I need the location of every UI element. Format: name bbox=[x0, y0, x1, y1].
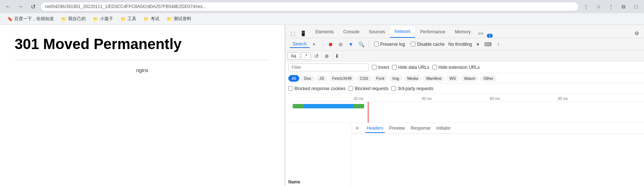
search-button[interactable]: 🔍 bbox=[357, 40, 366, 49]
timeline-mark-20ms-label: 20 ms bbox=[354, 97, 363, 101]
download-button[interactable]: ⬇ bbox=[333, 52, 341, 60]
regex-button[interactable]: .* bbox=[301, 52, 311, 60]
hide-data-urls-checkbox[interactable] bbox=[392, 65, 397, 70]
close-button[interactable]: □ bbox=[631, 1, 641, 12]
case-sensitive-button[interactable]: Aa bbox=[288, 52, 300, 60]
tab-sources[interactable]: Sources bbox=[364, 26, 389, 38]
details-tabs: × Headers Preview Response Initiator bbox=[351, 123, 644, 134]
cookie-row: Blocked response cookies Blocked request… bbox=[285, 83, 644, 94]
type-tabs: All Doc JS Fetch/XHR CSS Font Img Media … bbox=[285, 73, 644, 83]
filter-input[interactable] bbox=[288, 63, 369, 71]
type-tab-js[interactable]: JS bbox=[316, 75, 327, 82]
wifi-icon[interactable]: ⌨ bbox=[484, 40, 492, 49]
invert-label: Invert bbox=[378, 65, 389, 70]
type-tab-fetch-xhr[interactable]: Fetch/XHR bbox=[329, 75, 355, 82]
search-panel: Search × bbox=[288, 41, 320, 48]
favorite-button[interactable]: ☆ bbox=[593, 1, 604, 12]
timeline-mark-80ms-label: 80 ms bbox=[558, 97, 568, 101]
details-tab-response[interactable]: Response bbox=[409, 124, 432, 133]
blocked-response-cookies-group: Blocked response cookies bbox=[288, 86, 345, 91]
preserve-log-checkbox[interactable] bbox=[374, 42, 379, 46]
name-column: Name bbox=[285, 123, 351, 186]
timeline-bar-blue bbox=[303, 104, 354, 108]
type-tab-media[interactable]: Media bbox=[404, 75, 421, 82]
blocked-response-cookies-checkbox[interactable] bbox=[288, 86, 293, 91]
bookmark-testdata[interactable]: 📁 测试资料 bbox=[164, 15, 194, 23]
folder-icon-1: 📁 bbox=[61, 16, 67, 22]
blocked-requests-label: Blocked requests bbox=[355, 86, 388, 91]
timeline-mark-60ms-label: 60 ms bbox=[490, 97, 500, 101]
title-bar: ← → ↺ net/04296/391901_20220111_1/ED3CC4… bbox=[0, 0, 644, 13]
clear-results-button[interactable]: ⊗ bbox=[322, 52, 331, 60]
disable-cache-checkbox[interactable] bbox=[411, 42, 415, 46]
refresh-results-button[interactable]: ↺ bbox=[312, 52, 321, 60]
details-close-button[interactable]: × bbox=[354, 124, 361, 132]
third-party-requests-checkbox[interactable] bbox=[391, 86, 396, 91]
blocked-requests-checkbox[interactable] bbox=[348, 86, 353, 91]
type-tab-other[interactable]: Other bbox=[480, 75, 497, 82]
search-close-button[interactable]: × bbox=[310, 41, 318, 48]
type-tab-doc[interactable]: Doc bbox=[301, 75, 315, 82]
tab-console[interactable]: Console bbox=[339, 26, 364, 38]
clear-button[interactable]: ⊘ bbox=[336, 40, 345, 49]
details-tab-preview[interactable]: Preview bbox=[388, 124, 406, 133]
tab-more-button[interactable]: >> bbox=[476, 30, 485, 38]
filter-button[interactable]: ▼ bbox=[347, 40, 355, 49]
blocked-requests-group: Blocked requests bbox=[348, 86, 388, 91]
type-tab-all[interactable]: All bbox=[288, 75, 299, 82]
type-tab-css[interactable]: CSS bbox=[356, 75, 371, 82]
devtools-settings-button[interactable]: ⚙ bbox=[632, 29, 641, 38]
record-button[interactable]: ⏺ bbox=[326, 40, 335, 49]
timeline-mark-60ms: 60 ms bbox=[490, 97, 500, 101]
details-tab-initiator[interactable]: Initiator bbox=[435, 124, 452, 133]
type-tab-img[interactable]: Img bbox=[389, 75, 402, 82]
folder-icon-5: 📁 bbox=[167, 16, 172, 22]
tab-performance[interactable]: Performance bbox=[416, 26, 450, 38]
timeline-bar-area bbox=[285, 102, 644, 123]
bookmark-myself[interactable]: 📁 我自己的 bbox=[58, 15, 89, 23]
type-tab-ws[interactable]: WS bbox=[446, 75, 459, 82]
details-column: × Headers Preview Response Initiator bbox=[351, 123, 644, 186]
hide-extension-urls-checkbox[interactable] bbox=[432, 65, 437, 70]
folder-icon-4: 📁 bbox=[144, 16, 149, 22]
notification-badge: 1 bbox=[487, 34, 493, 38]
tab-network[interactable]: Network bbox=[390, 26, 415, 38]
timeline-mark-40ms: 40 ms bbox=[422, 97, 432, 101]
bookmark-tools[interactable]: 📁 工具 bbox=[118, 15, 139, 23]
tab-elements[interactable]: Elements bbox=[311, 26, 338, 38]
timeline-line bbox=[368, 102, 369, 123]
forward-button[interactable]: → bbox=[15, 1, 26, 12]
search-tab-label[interactable]: Search bbox=[290, 41, 310, 48]
split-button[interactable]: ⧉ bbox=[618, 1, 629, 12]
more-button[interactable]: ⋮ bbox=[606, 1, 616, 12]
refresh-button[interactable]: ↺ bbox=[28, 1, 38, 12]
back-button[interactable]: ← bbox=[3, 1, 13, 12]
extensions-button[interactable]: ⋮ bbox=[581, 1, 591, 12]
details-tab-headers[interactable]: Headers bbox=[365, 124, 385, 133]
throttle-dropdown-button[interactable]: ▾ bbox=[473, 40, 482, 49]
timeline-mark-40ms-label: 40 ms bbox=[422, 97, 432, 101]
tab-memory[interactable]: Memory bbox=[451, 26, 475, 38]
timeline-ruler: 20 ms 40 ms 60 ms 80 ms bbox=[285, 94, 644, 102]
no-throttling-label: No throttling bbox=[448, 42, 472, 47]
folder-icon-3: 📁 bbox=[121, 16, 126, 22]
bookmark-baidu[interactable]: 🔖 百度一下，你就知道 bbox=[4, 15, 57, 23]
upload-icon[interactable]: ↑ bbox=[494, 40, 503, 49]
bookmark-exam[interactable]: 📁 考试 bbox=[141, 15, 162, 23]
type-tab-manifest[interactable]: Manifest bbox=[423, 75, 445, 82]
address-bar[interactable]: net/04296/391901_20220111_1/ED3CC4FFC8A0… bbox=[40, 2, 579, 11]
timeline-mark-20ms: 20 ms bbox=[354, 97, 363, 101]
hide-data-urls-group: Hide data URLs bbox=[392, 65, 429, 70]
page-content: 301 Moved Permanently nginx bbox=[0, 25, 285, 186]
device-toolbar-button[interactable]: 📱 bbox=[299, 29, 307, 38]
invert-checkbox[interactable] bbox=[372, 65, 377, 70]
inspect-element-button[interactable]: ⬚ bbox=[288, 29, 297, 38]
browser-window: ← → ↺ net/04296/391901_20220111_1/ED3CC4… bbox=[0, 0, 644, 186]
third-party-requests-label: 3rd-party requests bbox=[397, 86, 433, 91]
devtools-toolbar2: Aa .* ↺ ⊗ ⬇ bbox=[285, 51, 644, 62]
bookmark-xiaogengzi[interactable]: 📁 小羹子 bbox=[90, 15, 116, 23]
page-title: 301 Moved Permanently bbox=[15, 36, 270, 52]
type-tab-wasm[interactable]: Wasm bbox=[461, 75, 479, 82]
devtools-panel: ⬚ 📱 Elements Console Sources Network Per… bbox=[285, 25, 644, 186]
type-tab-font[interactable]: Font bbox=[373, 75, 388, 82]
